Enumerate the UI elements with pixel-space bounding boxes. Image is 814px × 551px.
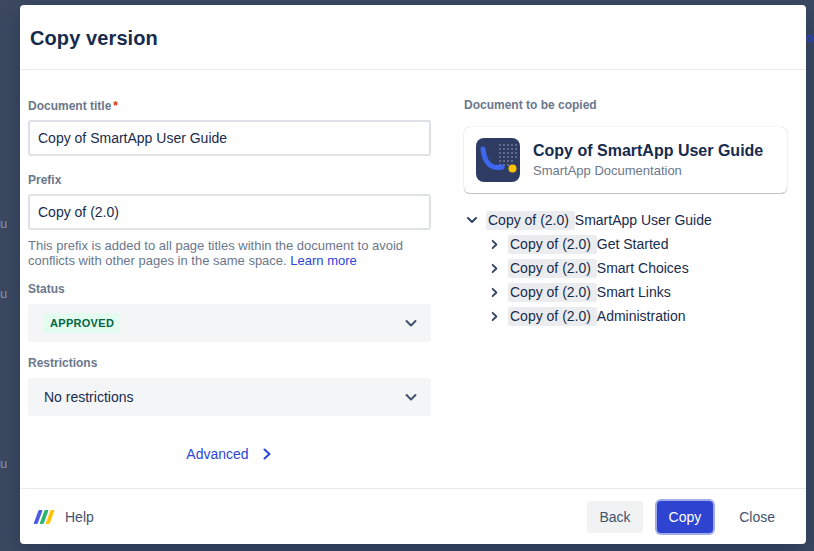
close-button[interactable]: Close <box>727 501 787 533</box>
restrictions-value: No restrictions <box>44 389 133 405</box>
tree-prefix-highlight: Copy of (2.0) <box>508 235 597 254</box>
status-label: Status <box>28 281 431 297</box>
back-button[interactable]: Back <box>587 501 642 533</box>
tree-child-label: Copy of (2.0) Smart Choices <box>508 260 689 276</box>
copy-preview: Document to be copied <box>464 98 787 488</box>
backdrop-text-fragment: u <box>0 286 7 301</box>
tree-prefix-highlight: Copy of (2.0) <box>486 211 575 230</box>
tree-root-row[interactable]: Copy of (2.0) SmartApp User Guide <box>464 208 787 232</box>
copy-version-dialog: Copy version Document title* Prefix This… <box>20 5 806 544</box>
tree-prefix-highlight: Copy of (2.0) <box>508 259 597 278</box>
document-card-title: Copy of SmartApp User Guide <box>533 141 763 161</box>
status-select[interactable]: APPROVED <box>28 304 431 342</box>
document-title-label-text: Document title <box>28 99 111 113</box>
chevron-down-icon <box>403 389 419 405</box>
dialog-body: Document title* Prefix This prefix is ad… <box>20 70 806 488</box>
chevron-collapsed-icon[interactable] <box>486 260 502 276</box>
chevron-collapsed-icon[interactable] <box>486 236 502 252</box>
tree-prefix-highlight: Copy of (2.0) <box>508 283 597 302</box>
backdrop-text-fragment: u <box>0 216 7 231</box>
document-title-label: Document title* <box>28 98 431 114</box>
app-logo-icon <box>33 509 55 525</box>
tree-child-row[interactable]: Copy of (2.0) Get Started <box>486 232 787 256</box>
learn-more-link[interactable]: Learn more <box>290 253 356 268</box>
tree-child-title: Smart Choices <box>597 260 689 276</box>
document-card-subtitle: SmartApp Documentation <box>533 162 763 179</box>
chevron-collapsed-icon[interactable] <box>486 284 502 300</box>
tree-child-row[interactable]: Copy of (2.0) Smart Choices <box>486 256 787 280</box>
document-title-input[interactable] <box>28 120 431 156</box>
copy-form: Document title* Prefix This prefix is ad… <box>28 98 431 488</box>
status-badge: APPROVED <box>44 313 120 333</box>
tree-child-title: Get Started <box>597 236 669 252</box>
tree-child-row[interactable]: Copy of (2.0) Administration <box>486 304 787 328</box>
dialog-title: Copy version <box>30 27 796 50</box>
tree-child-label: Copy of (2.0) Administration <box>508 308 686 324</box>
tree-child-title: Administration <box>597 308 686 324</box>
tree-root-title: SmartApp User Guide <box>575 212 712 228</box>
prefix-label: Prefix <box>28 172 431 188</box>
tree-root-label: Copy of (2.0) SmartApp User Guide <box>486 212 712 228</box>
advanced-toggle[interactable]: Advanced <box>28 446 431 462</box>
chevron-down-icon <box>403 315 419 331</box>
prefix-help-text: This prefix is added to all page titles … <box>28 238 428 268</box>
advanced-link-label: Advanced <box>186 446 248 462</box>
prefix-input[interactable] <box>28 194 431 230</box>
document-card: Copy of SmartApp User Guide SmartApp Doc… <box>464 127 787 193</box>
help-label: Help <box>65 509 94 525</box>
copy-button[interactable]: Copy <box>657 501 714 533</box>
restrictions-select[interactable]: No restrictions <box>28 378 431 416</box>
chevron-right-icon <box>261 448 273 460</box>
restrictions-label: Restrictions <box>28 355 431 371</box>
backdrop-text-fragment: o <box>806 30 814 45</box>
required-asterisk: * <box>113 99 118 113</box>
dialog-footer: Help Back Copy Close <box>20 488 806 544</box>
tree-child-label: Copy of (2.0) Get Started <box>508 236 668 252</box>
tree-prefix-highlight: Copy of (2.0) <box>508 307 597 326</box>
preview-heading: Document to be copied <box>464 98 787 112</box>
tree-child-label: Copy of (2.0) Smart Links <box>508 284 671 300</box>
dialog-header: Copy version <box>20 5 806 70</box>
backdrop-text-fragment: u <box>0 456 7 471</box>
document-cover-icon <box>476 138 520 182</box>
tree-child-row[interactable]: Copy of (2.0) Smart Links <box>486 280 787 304</box>
chevron-collapsed-icon[interactable] <box>486 308 502 324</box>
document-card-text: Copy of SmartApp User Guide SmartApp Doc… <box>533 141 763 179</box>
page-tree: Copy of (2.0) SmartApp User Guide Copy o… <box>464 208 787 328</box>
tree-child-title: Smart Links <box>597 284 671 300</box>
help-button[interactable]: Help <box>33 509 94 525</box>
chevron-expanded-icon[interactable] <box>464 212 480 228</box>
